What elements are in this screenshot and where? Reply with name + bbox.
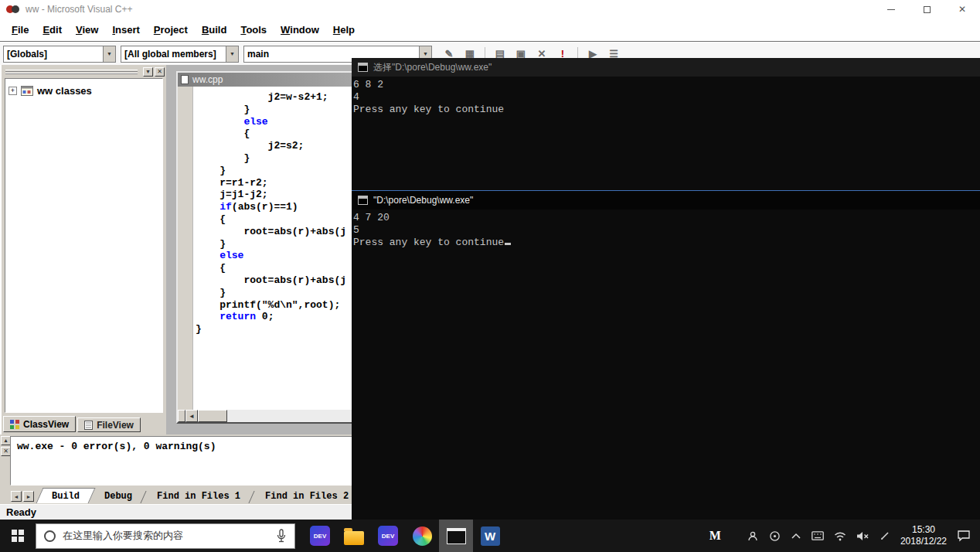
- chevron-down-icon[interactable]: ▼: [226, 46, 238, 62]
- taskbar-search[interactable]: 在这里输入你要搜索的内容: [36, 523, 295, 549]
- menu-item-insert[interactable]: Insert: [105, 24, 146, 36]
- output-tab-build[interactable]: Build: [39, 488, 92, 503]
- console-line: 6 8 2: [353, 79, 978, 91]
- console-cursor: [505, 243, 511, 245]
- hidden-icons-chevron-icon[interactable]: [791, 531, 801, 540]
- microphone-icon[interactable]: [276, 529, 287, 543]
- close-button[interactable]: ✕: [944, 0, 980, 19]
- taskbar-app-devcpp[interactable]: DEV: [303, 520, 337, 552]
- classview-icon: [10, 420, 19, 429]
- eye-protection-icon[interactable]: [769, 530, 781, 542]
- vcpp-app-icon: [6, 4, 20, 15]
- people-icon[interactable]: [747, 530, 759, 542]
- volume-muted-icon[interactable]: [856, 531, 869, 541]
- taskbar-app-explorer[interactable]: [337, 520, 371, 552]
- status-text: Ready: [6, 506, 36, 518]
- class-tree[interactable]: + ww classes: [5, 78, 163, 413]
- menu-item-window[interactable]: Window: [274, 24, 326, 36]
- members-combo-value: [All global members]: [121, 46, 226, 62]
- clock-time: 15:30: [900, 524, 947, 536]
- chevron-down-icon[interactable]: ▼: [103, 46, 115, 62]
- dock-grip[interactable]: [5, 70, 138, 74]
- wifi-icon[interactable]: [834, 531, 846, 541]
- menu-item-file[interactable]: File: [5, 24, 36, 36]
- console-line: Press any key to continue: [353, 237, 978, 249]
- taskbar: 在这里输入你要搜索的内容 DEV DEV W M: [0, 520, 980, 552]
- console-window-2: "D:\pore\Debug\ww.exe" 4 7 205Press any …: [352, 190, 980, 520]
- system-tray: M: [709, 520, 980, 552]
- menu-item-help[interactable]: Help: [326, 24, 362, 36]
- menu-item-project[interactable]: Project: [147, 24, 195, 36]
- taskbar-app-console[interactable]: [439, 520, 473, 552]
- minimize-button[interactable]: [873, 0, 909, 19]
- tab-fileview-label: FileView: [97, 420, 134, 431]
- m-app-icon[interactable]: M: [709, 529, 721, 543]
- console1-title: 选择"D:\pore\Debug\ww.exe": [373, 61, 492, 74]
- folder-icon: [344, 531, 364, 545]
- classes-icon: [21, 86, 33, 96]
- menu-bar: FileEditViewInsertProjectBuildToolsWindo…: [0, 19, 980, 42]
- dock-pin-button[interactable]: ▾: [143, 67, 153, 77]
- console-line: 4 7 20: [353, 212, 978, 224]
- console-line: 4: [353, 91, 978, 104]
- tab-classview-label: ClassView: [23, 419, 69, 430]
- word-icon: W: [481, 526, 500, 546]
- fileview-icon: [84, 421, 93, 430]
- menu-item-view[interactable]: View: [69, 24, 105, 36]
- globals-combo[interactable]: [Globals] ▼: [3, 46, 116, 63]
- console1-output[interactable]: 6 8 24Press any key to continue: [352, 77, 980, 118]
- console2-title: "D:\pore\Debug\ww.exe": [373, 195, 473, 206]
- output-tabs: BuildDebugFind in Files 1Find in Files 2…: [39, 487, 391, 503]
- console-app-icon: [447, 528, 466, 544]
- screen: ww - Microsoft Visual C++ ✕ FileEditView…: [0, 0, 980, 552]
- globals-combo-value: [Globals]: [4, 46, 103, 62]
- console1-title-bar[interactable]: 选择"D:\pore\Debug\ww.exe": [352, 58, 980, 77]
- output-tab-find-in-files-1[interactable]: Find in Files 1: [145, 488, 253, 503]
- console-icon: [358, 63, 368, 72]
- scrollbar-thumb[interactable]: [198, 410, 227, 422]
- action-center-icon[interactable]: [957, 530, 971, 542]
- workspace-panel: ▾ ✕ + ww classes ClassView: [2, 65, 166, 434]
- search-placeholder: 在这里输入你要搜索的内容: [63, 529, 269, 543]
- window-title: ww - Microsoft Visual C++: [26, 4, 133, 15]
- tabs-scroll-right-icon[interactable]: ►: [23, 491, 34, 502]
- taskbar-app-browser[interactable]: [405, 520, 439, 552]
- touch-keyboard-icon[interactable]: [812, 531, 824, 540]
- taskbar-apps: DEV DEV W: [303, 520, 507, 552]
- scroll-left-icon[interactable]: ◄: [185, 410, 198, 422]
- tab-classview[interactable]: ClassView: [3, 416, 76, 432]
- taskbar-app-devcpp-2[interactable]: DEV: [371, 520, 405, 552]
- tree-item-ww-classes[interactable]: + ww classes: [9, 85, 159, 97]
- menu-item-build[interactable]: Build: [195, 24, 234, 36]
- start-button[interactable]: [0, 520, 36, 552]
- editor-title: ww.cpp: [192, 74, 223, 85]
- menu-item-tools[interactable]: Tools: [233, 24, 274, 36]
- devcpp-icon: DEV: [378, 526, 398, 546]
- taskbar-clock[interactable]: 15:30 2018/12/22: [900, 524, 947, 547]
- splitter-box[interactable]: [178, 410, 185, 422]
- taskbar-app-word[interactable]: W: [473, 520, 507, 552]
- browser-icon: [413, 526, 432, 546]
- console-line: 5: [353, 224, 978, 237]
- editor-selection-margin[interactable]: [178, 87, 193, 410]
- clock-date: 2018/12/22: [900, 536, 947, 547]
- windows-logo-icon: [12, 530, 24, 542]
- console2-output[interactable]: 4 7 205Press any key to continue: [352, 210, 980, 250]
- output-tab-find-in-files-2[interactable]: Find in Files 2: [253, 488, 361, 503]
- title-bar[interactable]: ww - Microsoft Visual C++ ✕: [0, 0, 980, 19]
- tree-expand-icon[interactable]: +: [9, 87, 17, 95]
- output-tab-debug[interactable]: Debug: [92, 488, 145, 503]
- console-icon: [358, 196, 368, 205]
- console-window-1: 选择"D:\pore\Debug\ww.exe" 6 8 24Press any…: [352, 58, 980, 190]
- tabs-scroll-left-icon[interactable]: ◄: [11, 491, 22, 502]
- workspace-header: ▾ ✕: [2, 65, 166, 77]
- maximize-button[interactable]: [909, 0, 944, 19]
- tab-fileview[interactable]: FileView: [77, 417, 141, 432]
- console2-title-bar[interactable]: "D:\pore\Debug\ww.exe": [352, 191, 980, 210]
- workspace-close-button[interactable]: ✕: [155, 67, 165, 77]
- members-combo[interactable]: [All global members] ▼: [121, 46, 239, 63]
- cortana-icon: [44, 530, 56, 542]
- devcpp-icon: DEV: [310, 526, 330, 546]
- pen-icon[interactable]: [880, 530, 890, 541]
- menu-item-edit[interactable]: Edit: [36, 24, 69, 36]
